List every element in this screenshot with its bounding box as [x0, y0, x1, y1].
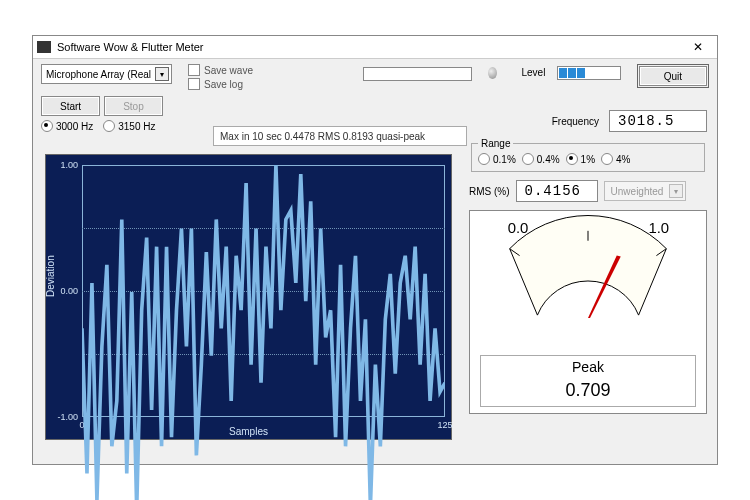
freq-3000-label: 3000 Hz	[56, 121, 93, 132]
meter-face-icon: 0.0 0.5 1.0	[470, 211, 706, 360]
ytick: 0.00	[60, 286, 78, 296]
status-led-icon	[488, 67, 497, 79]
status-readout: Max in 10 sec 0.4478 RMS 0.8193 quasi-pe…	[213, 126, 467, 146]
analog-meter: 0.0 0.5 1.0 Peak 0.709	[469, 210, 707, 414]
chevron-down-icon: ▾	[669, 184, 683, 198]
peak-label: Peak	[481, 356, 695, 378]
range-opt-label: 0.4%	[537, 154, 560, 165]
window-title: Software Wow & Flutter Meter	[57, 41, 683, 53]
radio-icon	[522, 153, 534, 165]
save-wave-label: Save wave	[204, 65, 253, 76]
start-button[interactable]: Start	[41, 96, 100, 116]
ytick: 1.00	[60, 160, 78, 170]
frequency-label: Frequency	[552, 116, 599, 127]
stop-button[interactable]: Stop	[104, 96, 163, 116]
input-device-select[interactable]: Microphone Array (Real ▾	[41, 64, 172, 84]
screen: Software Wow & Flutter Meter ✕ Microphon…	[0, 0, 750, 500]
level-label: Level	[521, 67, 545, 78]
ytick: -1.00	[57, 412, 78, 422]
radio-icon	[478, 153, 490, 165]
range-04-radio[interactable]: 0.4%	[522, 153, 560, 165]
save-log-label: Save log	[204, 79, 243, 90]
status-text: Max in 10 sec 0.4478 RMS 0.8193 quasi-pe…	[220, 131, 425, 142]
freq-3150-label: 3150 Hz	[118, 121, 155, 132]
gauge-tick-lo: 0.0	[508, 220, 529, 236]
peak-box: Peak 0.709	[480, 355, 696, 407]
save-log-checkbox[interactable]: Save log	[188, 78, 253, 90]
gauge-tick-hi: 1.0	[648, 220, 669, 236]
titlebar: Software Wow & Flutter Meter ✕	[33, 36, 717, 59]
range-opt-label: 1%	[581, 154, 595, 165]
deviation-chart: Deviation Samples 1.00 0.00 -1.00 0 125	[45, 154, 452, 440]
save-wave-checkbox[interactable]: Save wave	[188, 64, 253, 76]
freq-3000-radio[interactable]: 3000 Hz	[41, 120, 93, 132]
rms-label: RMS (%)	[469, 186, 510, 197]
quit-frame: Quit	[637, 64, 709, 88]
range-opt-label: 4%	[616, 154, 630, 165]
peak-value: 0.709	[481, 378, 695, 406]
radio-icon	[103, 120, 115, 132]
plot-area: 1.00 0.00 -1.00 0 125	[82, 165, 445, 417]
radio-icon	[566, 153, 578, 165]
waveform-icon	[82, 165, 445, 500]
range-1-radio[interactable]: 1%	[566, 153, 595, 165]
app-icon	[37, 41, 51, 53]
chart-ylabel: Deviation	[45, 255, 56, 297]
checkbox-icon	[188, 64, 200, 76]
frequency-value: 3018.5	[609, 110, 707, 132]
level-meter	[557, 66, 620, 80]
range-radios: 0.1% 0.4% 1% 4%	[478, 153, 698, 165]
weighting-select[interactable]: Unweighted ▾	[604, 181, 687, 201]
range-label: Range	[478, 138, 513, 149]
range-group: Range 0.1% 0.4% 1% 4%	[471, 138, 705, 172]
quit-button[interactable]: Quit	[639, 66, 707, 86]
radio-icon	[601, 153, 613, 165]
range-4-radio[interactable]: 4%	[601, 153, 630, 165]
input-device-value: Microphone Array (Real	[46, 69, 151, 80]
progress-bar	[363, 67, 472, 81]
range-opt-label: 0.1%	[493, 154, 516, 165]
chevron-down-icon: ▾	[155, 67, 169, 81]
checkbox-icon	[188, 78, 200, 90]
freq-3150-radio[interactable]: 3150 Hz	[103, 120, 155, 132]
radio-icon	[41, 120, 53, 132]
app-window: Software Wow & Flutter Meter ✕ Microphon…	[32, 35, 718, 465]
range-01-radio[interactable]: 0.1%	[478, 153, 516, 165]
rms-value: 0.4156	[516, 180, 598, 202]
close-icon[interactable]: ✕	[683, 40, 713, 54]
weighting-value: Unweighted	[611, 186, 664, 197]
